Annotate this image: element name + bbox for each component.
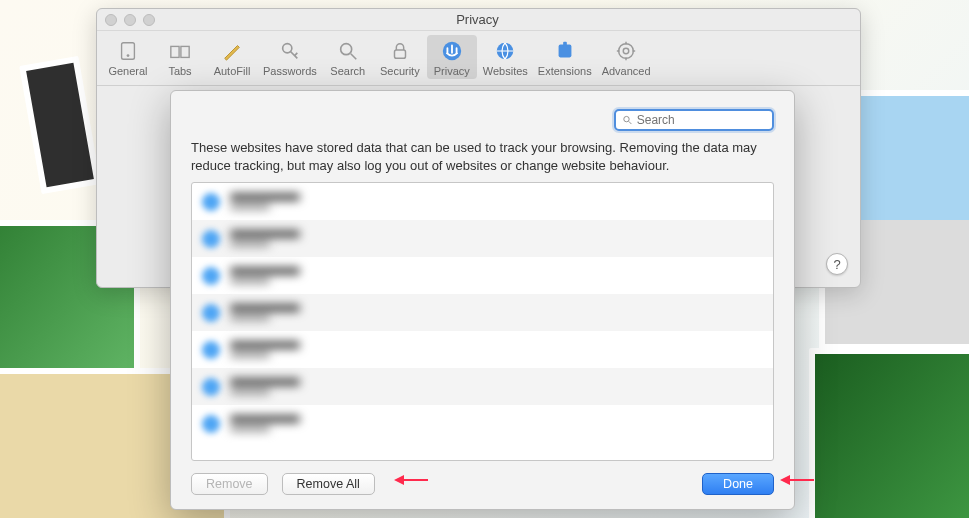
websites-icon — [493, 39, 517, 63]
autofill-icon — [220, 39, 244, 63]
toolbar-label: Search — [330, 65, 365, 77]
site-favicon — [202, 341, 220, 359]
help-button[interactable]: ? — [826, 253, 848, 275]
traffic-close[interactable] — [105, 14, 117, 26]
website-data-row[interactable] — [192, 368, 773, 405]
toolbar-label: Extensions — [538, 65, 592, 77]
site-favicon — [202, 378, 220, 396]
toolbar-label: AutoFill — [214, 65, 251, 77]
website-data-row[interactable] — [192, 183, 773, 220]
toolbar-label: Passwords — [263, 65, 317, 77]
site-favicon — [202, 415, 220, 433]
site-label — [230, 415, 300, 432]
svg-line-6 — [351, 54, 357, 60]
search-icon — [622, 114, 633, 126]
site-label — [230, 378, 300, 395]
toolbar-tab-passwords[interactable]: Passwords — [259, 35, 321, 79]
website-data-row[interactable] — [192, 220, 773, 257]
website-data-row[interactable] — [192, 405, 773, 442]
site-label — [230, 230, 300, 247]
website-data-row[interactable] — [192, 331, 773, 368]
site-label — [230, 193, 300, 210]
svg-rect-7 — [394, 50, 405, 58]
traffic-zoom[interactable] — [143, 14, 155, 26]
titlebar: Privacy — [97, 9, 860, 31]
svg-point-18 — [624, 116, 629, 121]
extensions-icon — [553, 39, 577, 63]
svg-rect-11 — [563, 42, 567, 47]
toolbar-label: Websites — [483, 65, 528, 77]
toolbar-tab-tabs[interactable]: Tabs — [155, 35, 205, 79]
svg-point-13 — [623, 48, 629, 54]
site-favicon — [202, 267, 220, 285]
passwords-icon — [278, 39, 302, 63]
sheet-description: These websites have stored data that can… — [191, 139, 774, 174]
svg-point-12 — [619, 44, 634, 59]
svg-rect-2 — [171, 46, 179, 57]
search-field[interactable] — [614, 109, 774, 131]
window-title: Privacy — [155, 12, 800, 27]
site-favicon — [202, 230, 220, 248]
security-icon — [388, 39, 412, 63]
site-label — [230, 304, 300, 321]
toolbar-tab-advanced[interactable]: Advanced — [598, 35, 655, 79]
website-data-sheet: These websites have stored data that can… — [170, 90, 795, 510]
tabs-icon — [168, 39, 192, 63]
toolbar-tab-security[interactable]: Security — [375, 35, 425, 79]
toolbar-tab-privacy[interactable]: Privacy — [427, 35, 477, 79]
traffic-minimize[interactable] — [124, 14, 136, 26]
svg-rect-3 — [181, 46, 189, 57]
toolbar-tab-extensions[interactable]: Extensions — [534, 35, 596, 79]
website-data-list[interactable] — [191, 182, 774, 461]
done-button[interactable]: Done — [702, 473, 774, 495]
site-favicon — [202, 304, 220, 322]
toolbar-tab-general[interactable]: General — [103, 35, 153, 79]
toolbar-label: Advanced — [602, 65, 651, 77]
svg-rect-10 — [558, 45, 571, 58]
desktop-photo — [809, 348, 969, 518]
toolbar-tab-search[interactable]: Search — [323, 35, 373, 79]
remove-button: Remove — [191, 473, 268, 495]
svg-point-1 — [127, 54, 130, 57]
desktop-photo — [19, 56, 101, 194]
sheet-buttons: Remove Remove All Done — [191, 473, 774, 495]
website-data-row[interactable] — [192, 294, 773, 331]
toolbar-tab-autofill[interactable]: AutoFill — [207, 35, 257, 79]
website-data-row[interactable] — [192, 257, 773, 294]
window-controls[interactable] — [105, 14, 155, 26]
advanced-icon — [614, 39, 638, 63]
toolbar-tab-websites[interactable]: Websites — [479, 35, 532, 79]
svg-line-19 — [629, 121, 632, 124]
search-icon — [336, 39, 360, 63]
svg-point-5 — [340, 44, 351, 55]
toolbar-label: Security — [380, 65, 420, 77]
toolbar-label: General — [108, 65, 147, 77]
remove-all-button[interactable]: Remove All — [282, 473, 375, 495]
privacy-icon — [440, 39, 464, 63]
general-icon — [116, 39, 140, 63]
preferences-toolbar: General Tabs AutoFill Passwords Search — [97, 31, 860, 86]
toolbar-label: Privacy — [434, 65, 470, 77]
site-favicon — [202, 193, 220, 211]
search-input[interactable] — [637, 113, 766, 127]
toolbar-label: Tabs — [168, 65, 191, 77]
site-label — [230, 267, 300, 284]
site-label — [230, 341, 300, 358]
